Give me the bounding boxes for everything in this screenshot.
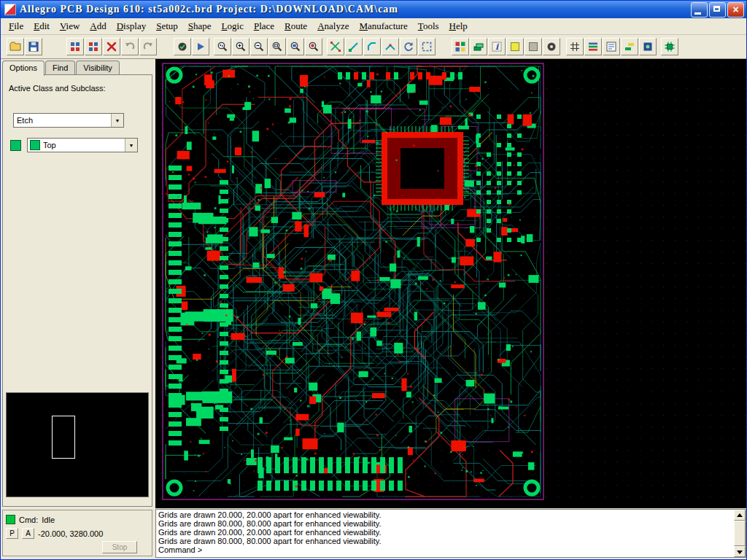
zoom-points-icon (217, 41, 228, 52)
menu-setup[interactable]: Setup (151, 19, 183, 34)
menu-shape[interactable]: Shape (183, 19, 217, 34)
chevron-down-icon[interactable]: ▼ (125, 139, 137, 152)
slide-icon (366, 41, 378, 52)
toolbar-fix-button[interactable] (418, 38, 436, 55)
cmd-label: Cmd: (19, 516, 38, 524)
minimize-button[interactable] (691, 2, 708, 18)
options-panel: Active Class and Subclass: Etch ▼ Top ▼ (2, 74, 152, 507)
toolbar-slide-button[interactable] (363, 38, 381, 55)
toolbar-move-button[interactable] (66, 38, 84, 55)
toolbar-zoom-selection-button[interactable] (268, 38, 286, 55)
toolbar-constraint-manager-button[interactable] (639, 38, 657, 55)
toolbar-save-button[interactable] (25, 38, 42, 55)
scrollbar-thumb[interactable] (734, 521, 746, 546)
scroll-down-icon[interactable] (734, 546, 746, 557)
toolbar-grid-toggle-button[interactable] (566, 38, 584, 55)
toolbar-show-rats-button[interactable] (327, 38, 344, 55)
toolbar-zoom-world-button[interactable] (305, 38, 322, 55)
class-dropdown-value: Etch (14, 116, 111, 125)
toolbar: i (1, 35, 746, 59)
menu-manufacture[interactable]: Manufacture (354, 19, 412, 34)
move-icon (69, 41, 81, 52)
menu-place[interactable]: Place (249, 19, 279, 34)
toolbar-undo-button[interactable] (121, 38, 139, 55)
menu-view[interactable]: View (55, 19, 85, 34)
console-line: Grids are drawn 80.000, 80.000 apart for… (158, 537, 732, 545)
cmd-value: Idle (42, 516, 55, 524)
console-line: Command > (158, 545, 732, 554)
toolbar-color-dialog-button[interactable] (452, 38, 469, 55)
toolbar-dehighlight-button[interactable] (525, 38, 542, 55)
save-icon (28, 41, 39, 52)
allegro-app-icon (4, 4, 16, 15)
menu-logic[interactable]: Logic (217, 19, 249, 34)
menu-route[interactable]: Route (279, 19, 312, 34)
property-edit-icon (624, 41, 635, 52)
toolbar-open-button[interactable] (7, 38, 24, 55)
cross-section-icon (587, 41, 599, 52)
toolbar-zoom-out-button[interactable] (250, 38, 268, 55)
open-icon (9, 41, 21, 52)
minimap-viewport[interactable] (52, 416, 75, 459)
menu-display[interactable]: Display (112, 19, 151, 34)
toolbar-add-connect-button[interactable] (345, 38, 363, 55)
toolbar-done-button[interactable] (174, 38, 191, 55)
toolbar-zoom-fit-button[interactable] (287, 38, 304, 55)
titlebar[interactable]: Allegro PCB Design 610: st5a002c.brd Pro… (1, 1, 746, 18)
color-dialog-icon (454, 41, 466, 52)
toolbar-spin-button[interactable] (400, 38, 417, 55)
toolbar-delete-button[interactable] (103, 38, 120, 55)
console-line: Grids are drawn 20.000, 20.000 apart for… (158, 528, 732, 537)
menu-edit[interactable]: Edit (28, 19, 55, 34)
toolbar-layer-priority-button[interactable] (470, 38, 487, 55)
pick-button[interactable]: P (6, 528, 18, 539)
chevron-down-icon[interactable]: ▼ (111, 114, 123, 127)
zoom-selection-icon (271, 41, 283, 52)
toolbar-zoom-in-button[interactable] (232, 38, 249, 55)
tab-options[interactable]: Options (2, 61, 44, 76)
pcb-design-canvas[interactable] (155, 59, 747, 508)
done-icon (177, 41, 188, 52)
toolbar-options-form-button[interactable] (603, 38, 620, 55)
minimap[interactable] (6, 392, 149, 497)
shadow-mode-icon (546, 41, 557, 52)
menu-tools[interactable]: Tools (413, 19, 444, 34)
maximize-button[interactable] (709, 2, 726, 18)
toolbar-zoom-points-button[interactable] (214, 38, 231, 55)
menu-add[interactable]: Add (85, 19, 111, 34)
toolbar-place-part-button[interactable] (661, 38, 678, 55)
toolbar-shadow-mode-button[interactable] (543, 38, 560, 55)
tab-visibility[interactable]: Visibility (76, 61, 120, 76)
console-messages: Grids are drawn 20.000, 20.000 apart for… (158, 510, 732, 556)
toolbar-show-element-button[interactable]: i (488, 38, 506, 55)
application-mode-button[interactable]: A (22, 528, 34, 539)
subclass-dropdown[interactable]: Top ▼ (27, 138, 138, 152)
console-scrollbar[interactable] (734, 510, 746, 557)
scroll-up-icon[interactable] (734, 510, 746, 521)
toolbar-vertex-button[interactable] (382, 38, 399, 55)
layer-color-swatch (30, 140, 40, 150)
menu-analyze[interactable]: Analyze (312, 19, 354, 34)
toolbar-property-edit-button[interactable] (621, 38, 638, 55)
add-connect-icon (348, 41, 360, 52)
application-window: Allegro PCB Design 610: st5a002c.brd Pro… (0, 0, 747, 560)
minimize-icon (694, 12, 701, 15)
delete-icon (106, 41, 117, 52)
layer-visibility-swatch[interactable] (10, 140, 21, 151)
tab-find[interactable]: Find (45, 61, 75, 76)
toolbar-cross-section-button[interactable] (584, 38, 602, 55)
control-panel: OptionsFindVisibility Active Class and S… (1, 59, 154, 508)
toolbar-redo-button[interactable] (139, 38, 157, 55)
toolbar-highlight-button[interactable] (506, 38, 524, 55)
grid-toggle-icon (569, 41, 581, 52)
dehighlight-icon (527, 41, 539, 52)
menu-help[interactable]: Help (444, 19, 473, 34)
cursor-coordinates: -20.000, 3280.000 (38, 529, 103, 538)
menu-file[interactable]: File (4, 19, 28, 34)
class-dropdown[interactable]: Etch ▼ (13, 113, 124, 128)
toolbar-copy-button[interactable] (85, 38, 102, 55)
next-icon (195, 41, 206, 52)
toolbar-next-button[interactable] (192, 38, 209, 55)
stop-button[interactable]: Stop (102, 541, 137, 553)
close-button[interactable]: × (727, 2, 744, 18)
